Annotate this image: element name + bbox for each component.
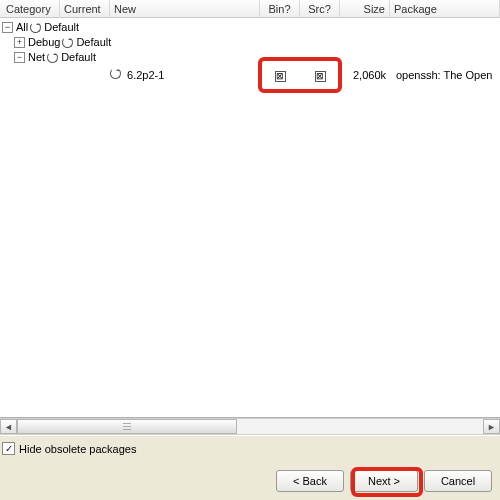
tree-row-net[interactable]: − Net Default: [0, 50, 500, 65]
category-name: All: [16, 20, 28, 35]
back-button[interactable]: < Back: [276, 470, 344, 492]
column-headers: Category Current New Bin? Src? Size Pack…: [0, 0, 500, 18]
cycle-icon[interactable]: [110, 68, 121, 79]
scroll-right-button[interactable]: ►: [483, 419, 500, 434]
bin-cell[interactable]: ⊠: [260, 68, 300, 83]
col-src[interactable]: Src?: [300, 0, 340, 18]
cycle-icon[interactable]: [62, 37, 73, 48]
col-new[interactable]: New: [110, 0, 260, 18]
button-bar: < Back Next > Cancel: [0, 455, 500, 500]
expander-icon[interactable]: −: [2, 22, 13, 33]
hide-obsolete-label: Hide obsolete packages: [19, 443, 136, 455]
col-category[interactable]: Category: [0, 0, 60, 18]
grip-icon: [123, 423, 131, 432]
next-button[interactable]: Next >: [350, 470, 418, 492]
scroll-left-button[interactable]: ◄: [0, 419, 17, 434]
col-current[interactable]: Current: [60, 0, 110, 18]
hide-obsolete-row[interactable]: ✓ Hide obsolete packages: [0, 435, 500, 455]
new-version-text: 6.2p2-1: [127, 69, 164, 81]
package-row-openssh[interactable]: 6.2p2-1 ⊠ ⊠ 2,060k openssh: The Open: [0, 68, 500, 83]
cancel-button[interactable]: Cancel: [424, 470, 492, 492]
src-cell[interactable]: ⊠: [300, 68, 340, 83]
bin-checkbox[interactable]: ⊠: [275, 71, 286, 82]
expander-icon[interactable]: +: [14, 37, 25, 48]
col-package[interactable]: Package: [390, 0, 500, 18]
horizontal-scrollbar[interactable]: ◄ ►: [0, 418, 500, 435]
bottom-panel: ◄ ► ✓ Hide obsolete packages < Back Next…: [0, 418, 500, 500]
scroll-thumb[interactable]: [17, 419, 237, 434]
category-state: Default: [76, 35, 111, 50]
category-state: Default: [61, 50, 96, 65]
category-name: Net: [28, 50, 45, 65]
cycle-icon[interactable]: [30, 22, 41, 33]
col-bin[interactable]: Bin?: [260, 0, 300, 18]
src-checkbox[interactable]: ⊠: [315, 71, 326, 82]
category-state: Default: [44, 20, 79, 35]
expander-icon[interactable]: −: [14, 52, 25, 63]
category-tree: − All Default + Debug Default − Net Defa…: [0, 18, 500, 65]
col-size[interactable]: Size: [340, 0, 390, 18]
size-cell: 2,060k: [340, 68, 390, 83]
package-desc: openssh: The Open: [390, 68, 500, 83]
package-list-area: Category Current New Bin? Src? Size Pack…: [0, 0, 500, 418]
cycle-icon[interactable]: [47, 52, 58, 63]
tree-row-debug[interactable]: + Debug Default: [0, 35, 500, 50]
new-version-cell[interactable]: 6.2p2-1: [110, 68, 260, 83]
hide-obsolete-checkbox[interactable]: ✓: [2, 442, 15, 455]
scroll-track[interactable]: [17, 419, 483, 434]
category-name: Debug: [28, 35, 60, 50]
installer-window: Category Current New Bin? Src? Size Pack…: [0, 0, 500, 500]
tree-row-all[interactable]: − All Default: [0, 20, 500, 35]
